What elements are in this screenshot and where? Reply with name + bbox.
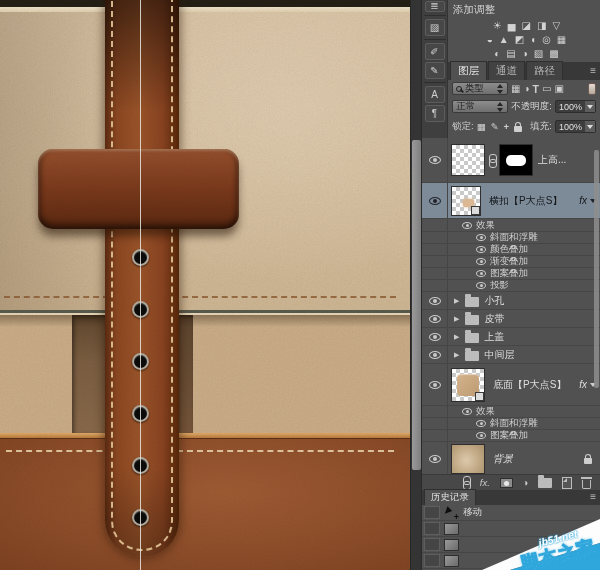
visibility-toggle[interactable] (422, 292, 448, 309)
delete-layer-icon[interactable] (582, 480, 591, 489)
history-brush-source-well[interactable] (424, 554, 440, 567)
group-row-middle-layer[interactable]: ▶ 中间层 (422, 346, 600, 364)
history-entry[interactable] (422, 553, 600, 569)
tab-channels[interactable]: 通道 (488, 61, 525, 80)
filter-shape-layers-icon[interactable]: ▭ (542, 83, 551, 94)
panel-menu-icon[interactable]: ≡ (590, 491, 596, 502)
history-entry[interactable] (422, 537, 600, 553)
eye-icon[interactable] (476, 432, 486, 439)
opacity-value-box[interactable]: 100% (555, 100, 596, 113)
eye-icon[interactable] (476, 258, 486, 265)
effect-row-drop-shadow[interactable]: 投影 (422, 280, 600, 292)
filter-pixel-layers-icon[interactable]: ▦ (511, 83, 520, 94)
eye-icon[interactable] (462, 408, 472, 415)
link-layers-icon[interactable] (462, 476, 470, 489)
levels-icon[interactable]: ▅ (508, 19, 516, 33)
gradient-map-icon[interactable]: ▩ (549, 47, 558, 61)
new-layer-icon[interactable] (562, 477, 572, 489)
layer-filter-toggle[interactable] (588, 83, 596, 95)
brightness-contrast-icon[interactable]: ☀ (493, 19, 502, 33)
filter-adjustment-layers-icon[interactable]: ◑ (523, 83, 529, 94)
eye-icon[interactable] (476, 420, 486, 427)
effect-row-pattern-overlay[interactable]: 图案叠加 (422, 430, 600, 442)
add-layer-style-icon[interactable]: fx. (480, 477, 490, 488)
layer-thumbnail[interactable] (451, 144, 485, 176)
invert-icon[interactable]: ◐ (494, 47, 500, 61)
posterize-icon[interactable]: ▤ (506, 47, 515, 61)
layer-row-bottom-face[interactable]: 底面【P大点S】 fx (422, 364, 600, 406)
filter-smart-objects-icon[interactable]: ▣ (554, 83, 563, 94)
channel-mixer-icon[interactable]: ◎ (542, 33, 551, 47)
group-row-belt[interactable]: ▶ 皮带 (422, 310, 600, 328)
color-balance-icon[interactable]: ▲ (499, 33, 509, 47)
character-panel-icon[interactable]: A (425, 86, 445, 103)
tab-paths[interactable]: 路径 (526, 61, 563, 80)
add-layer-mask-icon[interactable] (500, 478, 513, 488)
color-lookup-icon[interactable]: ▦ (557, 33, 566, 47)
paragraph-panel-icon[interactable]: ¶ (425, 105, 445, 122)
dropdown-arrow-icon[interactable] (585, 101, 595, 112)
history-entry[interactable] (422, 521, 600, 537)
history-brush-source-well[interactable] (424, 538, 440, 551)
tab-layers[interactable]: 图层 (450, 61, 487, 80)
dropdown-arrow-icon[interactable] (585, 121, 595, 132)
layers-scrollbar-thumb[interactable] (594, 150, 599, 388)
layer-row-top-highlight[interactable]: 上高... (422, 138, 600, 183)
group-name[interactable]: 皮带 (484, 312, 504, 326)
visibility-toggle[interactable] (422, 442, 448, 474)
layer-name[interactable]: 背景 (493, 452, 513, 466)
filter-type-layers-icon[interactable]: T (533, 83, 539, 95)
canvas-vertical-scrollbar[interactable] (410, 0, 421, 570)
visibility-toggle[interactable] (422, 328, 448, 345)
layer-row-keeper-selected[interactable]: 横扣【P大点S】 fx (422, 183, 600, 219)
group-name[interactable]: 小孔 (484, 294, 504, 308)
group-name[interactable]: 上盖 (484, 330, 504, 344)
expand-triangle-icon[interactable]: ▶ (454, 297, 459, 305)
document-canvas[interactable] (0, 0, 421, 570)
photo-filter-icon[interactable]: ◖ (530, 33, 536, 47)
layer-name[interactable]: 横扣【P大点S】 (489, 194, 562, 208)
mask-link-icon[interactable] (488, 154, 496, 167)
layer-row-background[interactable]: 背景 (422, 442, 600, 474)
fill-value-box[interactable]: 100% (555, 120, 596, 133)
brush-panel-icon[interactable]: ✐ (425, 43, 445, 60)
layer-effects-fx-icon[interactable]: fx (579, 379, 587, 390)
visibility-toggle[interactable] (422, 310, 448, 327)
black-white-icon[interactable]: ◩ (515, 33, 524, 47)
eye-icon[interactable] (476, 246, 486, 253)
history-brush-source-well[interactable] (424, 506, 440, 519)
tab-history[interactable]: 历史记录 (424, 489, 476, 505)
visibility-toggle[interactable] (422, 138, 448, 182)
selective-color-icon[interactable]: ▧ (534, 47, 543, 61)
eye-icon[interactable] (476, 270, 486, 277)
visibility-toggle[interactable] (422, 346, 448, 363)
expand-triangle-icon[interactable]: ▶ (454, 351, 459, 359)
exposure-icon[interactable]: ◨ (537, 19, 546, 33)
hue-saturation-icon[interactable]: ◒ (487, 33, 493, 47)
vibrance-icon[interactable]: ▽ (552, 19, 560, 33)
layer-effects-fx-icon[interactable]: fx (579, 195, 587, 206)
history-entry-move[interactable]: 移动 (422, 505, 600, 521)
group-name[interactable]: 中间层 (484, 348, 514, 362)
layer-name[interactable]: 底面【P大点S】 (493, 378, 566, 392)
expand-triangle-icon[interactable]: ▶ (454, 333, 459, 341)
layer-mask-thumbnail[interactable] (499, 144, 533, 176)
threshold-icon[interactable]: ◑ (522, 47, 528, 61)
new-group-icon[interactable] (538, 478, 552, 488)
blend-mode-dropdown[interactable]: 正常 (452, 100, 508, 113)
expand-triangle-icon[interactable]: ▶ (454, 315, 459, 323)
lock-transparency-icon[interactable]: ▦ (477, 121, 486, 132)
lock-all-icon[interactable] (514, 126, 522, 132)
visibility-toggle[interactable] (422, 364, 448, 405)
history-brush-source-well[interactable] (424, 522, 440, 535)
effect-row-pattern-overlay[interactable]: 图案叠加 (422, 268, 600, 280)
layer-thumbnail[interactable] (451, 444, 485, 474)
visibility-toggle[interactable] (422, 183, 448, 218)
group-row-holes[interactable]: ▶ 小孔 (422, 292, 600, 310)
lock-position-icon[interactable]: + (504, 121, 510, 132)
eye-icon[interactable] (476, 282, 486, 289)
scrollbar-thumb[interactable] (412, 140, 421, 470)
filter-kind-dropdown[interactable]: 类型 (452, 82, 508, 95)
layer-thumbnail[interactable] (451, 186, 481, 216)
panel-menu-icon[interactable]: ≡ (590, 65, 596, 76)
